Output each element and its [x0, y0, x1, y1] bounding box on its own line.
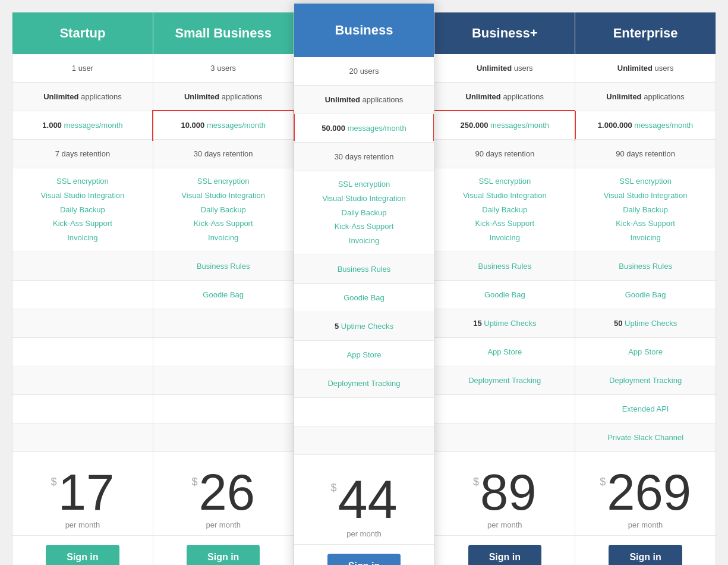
business-signin-button[interactable]: Sign in	[327, 554, 401, 565]
business-bizrules-cell: Business Rules	[294, 255, 434, 284]
enterprise-apps-cell: Unlimited applications	[575, 83, 716, 111]
enterprise-price-period: per month	[628, 520, 663, 529]
startup-extapi-cell	[12, 395, 153, 423]
enterprise-messages-cell: 1.000.000 messages/month	[575, 111, 716, 140]
businessplus-signin-button[interactable]: Sign in	[468, 545, 541, 565]
business-appstore-cell: App Store	[294, 341, 434, 369]
startup-messages-cell: 1.000 messages/month	[12, 111, 153, 140]
smallbiz-features-cell: SSL encryptionVisual Studio IntegrationD…	[153, 168, 294, 252]
startup-users-cell: 1 user	[12, 54, 153, 83]
business-slack-cell	[294, 426, 434, 455]
smallbiz-signin-cell: Sign in	[153, 536, 294, 565]
startup-slack-cell	[12, 423, 153, 452]
businessplus-price-cell: $ 89 per month	[434, 452, 575, 536]
plan-col-business: Business 20 users Unlimited applications…	[294, 4, 435, 565]
businessplus-price-number: 89	[480, 467, 537, 517]
business-dollar: $	[330, 482, 336, 494]
startup-appstore-cell	[12, 338, 153, 366]
plan-col-enterprise: Enterprise Unlimited users Unlimited app…	[575, 12, 716, 565]
smallbiz-apps-cell: Unlimited applications	[153, 83, 294, 111]
startup-price-number: 17	[58, 467, 115, 517]
businessplus-goodiebag-cell: Goodie Bag	[434, 281, 575, 309]
enterprise-slack-cell: Private Slack Channel	[575, 423, 716, 452]
businessplus-appstore-cell: App Store	[434, 338, 575, 366]
business-uptime-cell: 5 Uptime Checks	[294, 312, 434, 341]
startup-apps-cell: Unlimited applications	[12, 83, 153, 111]
enterprise-signin-button[interactable]: Sign in	[609, 545, 682, 565]
enterprise-dollar: $	[600, 476, 606, 488]
smallbiz-messages-cell: 10.000 messages/month	[153, 111, 294, 140]
businessplus-messages-cell: 250.000 messages/month	[434, 111, 575, 140]
startup-signin-button[interactable]: Sign in	[46, 545, 119, 565]
startup-dollar: $	[51, 476, 57, 488]
business-price-period: per month	[346, 529, 382, 538]
smallbiz-signin-button[interactable]: Sign in	[187, 545, 260, 565]
enterprise-header: Enterprise	[575, 12, 716, 54]
smallbiz-deployment-cell	[153, 366, 294, 395]
enterprise-features-cell: SSL encryptionVisual Studio IntegrationD…	[575, 168, 716, 252]
business-goodiebag-cell: Goodie Bag	[294, 284, 434, 312]
businessplus-users-cell: Unlimited users	[434, 54, 575, 83]
startup-goodiebag-cell	[12, 281, 153, 309]
business-users-cell: 20 users	[294, 57, 434, 86]
startup-signin-cell: Sign in	[12, 536, 153, 565]
enterprise-deployment-cell: Deployment Tracking	[575, 366, 716, 395]
business-price-cell: $ 44 per month	[294, 455, 434, 545]
smallbiz-users-cell: 3 users	[153, 54, 294, 83]
business-messages-cell: 50.000 messages/month	[294, 114, 434, 143]
enterprise-signin-cell: Sign in	[575, 536, 716, 565]
smallbiz-goodiebag-cell: Goodie Bag	[153, 281, 294, 309]
pricing-table: Startup 1 user Unlimited applications 1.…	[12, 12, 716, 565]
business-features-cell: SSL encryptionVisual Studio IntegrationD…	[294, 171, 434, 255]
enterprise-goodiebag-cell: Goodie Bag	[575, 281, 716, 309]
plan-col-smallbiz: Small Business 3 users Unlimited applica…	[153, 12, 294, 565]
business-apps-cell: Unlimited applications	[294, 86, 434, 114]
business-header: Business	[294, 4, 434, 57]
startup-retention-cell: 7 days retention	[12, 140, 153, 168]
enterprise-uptime-cell: 50 Uptime Checks	[575, 309, 716, 338]
businessplus-bizrules-cell: Business Rules	[434, 252, 575, 281]
startup-bizrules-cell	[12, 252, 153, 281]
startup-deployment-cell	[12, 366, 153, 395]
startup-price-cell: $ 17 per month	[12, 452, 153, 536]
smallbiz-price-period: per month	[206, 520, 241, 529]
smallbiz-extapi-cell	[153, 395, 294, 423]
enterprise-retention-cell: 90 days retention	[575, 140, 716, 168]
smallbiz-price-cell: $ 26 per month	[153, 452, 294, 536]
smallbiz-price-number: 26	[198, 467, 255, 517]
plan-col-startup: Startup 1 user Unlimited applications 1.…	[12, 12, 153, 565]
smallbiz-appstore-cell	[153, 338, 294, 366]
businessplus-extapi-cell	[434, 395, 575, 423]
enterprise-extapi-cell: Extended API	[575, 395, 716, 423]
businessplus-signin-cell: Sign in	[434, 536, 575, 565]
businessplus-deployment-cell: Deployment Tracking	[434, 366, 575, 395]
smallbiz-uptime-cell	[153, 309, 294, 338]
business-deployment-cell: Deployment Tracking	[294, 369, 434, 398]
smallbiz-bizrules-cell: Business Rules	[153, 252, 294, 281]
enterprise-price-number: 269	[607, 467, 691, 517]
businessplus-retention-cell: 90 days retention	[434, 140, 575, 168]
businessplus-uptime-cell: 15 Uptime Checks	[434, 309, 575, 338]
businessplus-slack-cell	[434, 423, 575, 452]
business-extapi-cell	[294, 398, 434, 426]
startup-uptime-cell	[12, 309, 153, 338]
businessplus-header: Business+	[434, 12, 575, 54]
businessplus-features-cell: SSL encryptionVisual Studio IntegrationD…	[434, 168, 575, 252]
businessplus-price-period: per month	[487, 520, 522, 529]
startup-price-period: per month	[65, 520, 100, 529]
enterprise-bizrules-cell: Business Rules	[575, 252, 716, 281]
enterprise-price-cell: $ 269 per month	[575, 452, 716, 536]
business-price-number: 44	[338, 473, 397, 526]
startup-features-cell: SSL encryptionVisual Studio IntegrationD…	[12, 168, 153, 252]
business-signin-cell: Sign in	[294, 545, 434, 565]
plan-col-businessplus: Business+ Unlimited users Unlimited appl…	[434, 12, 575, 565]
smallbiz-slack-cell	[153, 423, 294, 452]
startup-header: Startup	[12, 12, 153, 54]
businessplus-dollar: $	[473, 476, 479, 488]
smallbiz-dollar: $	[191, 476, 197, 488]
enterprise-appstore-cell: App Store	[575, 338, 716, 366]
business-retention-cell: 30 days retention	[294, 143, 434, 171]
smallbiz-header: Small Business	[153, 12, 294, 54]
smallbiz-retention-cell: 30 days retention	[153, 140, 294, 168]
enterprise-users-cell: Unlimited users	[575, 54, 716, 83]
